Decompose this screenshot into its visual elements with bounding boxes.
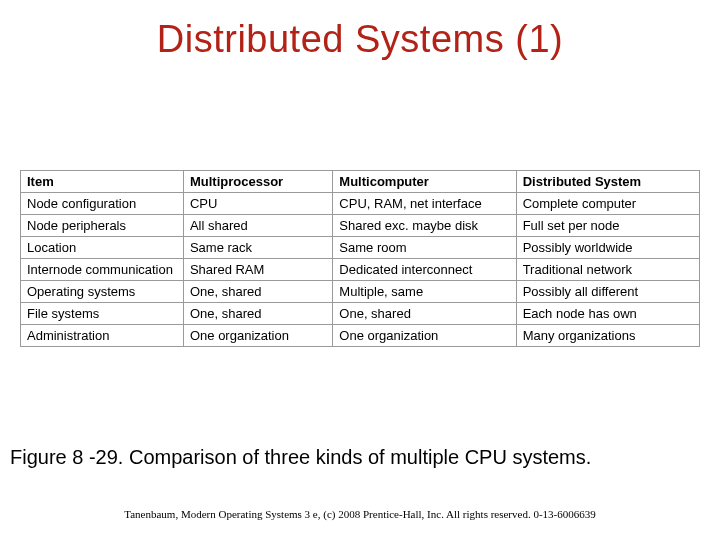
- comparison-table: Item Multiprocessor Multicomputer Distri…: [20, 170, 700, 347]
- cell-ds: Possibly worldwide: [516, 237, 699, 259]
- cell-mc: One, shared: [333, 303, 516, 325]
- table-header-distributed-system: Distributed System: [516, 171, 699, 193]
- cell-item: Location: [21, 237, 184, 259]
- cell-mp: One, shared: [183, 281, 332, 303]
- cell-mp: Same rack: [183, 237, 332, 259]
- cell-ds: Full set per node: [516, 215, 699, 237]
- cell-mc: One organization: [333, 325, 516, 347]
- slide: Distributed Systems (1) Item Multiproces…: [0, 0, 720, 540]
- table-row: Node configuration CPU CPU, RAM, net int…: [21, 193, 700, 215]
- table-row: File systems One, shared One, shared Eac…: [21, 303, 700, 325]
- cell-mp: One, shared: [183, 303, 332, 325]
- cell-item: File systems: [21, 303, 184, 325]
- cell-item: Operating systems: [21, 281, 184, 303]
- cell-mc: Dedicated interconnect: [333, 259, 516, 281]
- cell-mc: CPU, RAM, net interface: [333, 193, 516, 215]
- cell-item: Internode communication: [21, 259, 184, 281]
- figure-caption: Figure 8 -29. Comparison of three kinds …: [10, 446, 710, 469]
- table-row: Location Same rack Same room Possibly wo…: [21, 237, 700, 259]
- cell-mc: Multiple, same: [333, 281, 516, 303]
- cell-mp: All shared: [183, 215, 332, 237]
- slide-footer: Tanenbaum, Modern Operating Systems 3 e,…: [0, 508, 720, 520]
- table-header-multiprocessor: Multiprocessor: [183, 171, 332, 193]
- comparison-table-wrap: Item Multiprocessor Multicomputer Distri…: [20, 170, 700, 347]
- cell-ds: Traditional network: [516, 259, 699, 281]
- table-header-multicomputer: Multicomputer: [333, 171, 516, 193]
- cell-mc: Shared exc. maybe disk: [333, 215, 516, 237]
- cell-mp: One organization: [183, 325, 332, 347]
- cell-item: Administration: [21, 325, 184, 347]
- cell-ds: Complete computer: [516, 193, 699, 215]
- cell-mp: CPU: [183, 193, 332, 215]
- slide-title: Distributed Systems (1): [0, 18, 720, 61]
- cell-item: Node configuration: [21, 193, 184, 215]
- cell-ds: Many organizations: [516, 325, 699, 347]
- table-header-item: Item: [21, 171, 184, 193]
- table-row: Operating systems One, shared Multiple, …: [21, 281, 700, 303]
- cell-ds: Each node has own: [516, 303, 699, 325]
- table-header-row: Item Multiprocessor Multicomputer Distri…: [21, 171, 700, 193]
- cell-mp: Shared RAM: [183, 259, 332, 281]
- cell-ds: Possibly all different: [516, 281, 699, 303]
- table-row: Internode communication Shared RAM Dedic…: [21, 259, 700, 281]
- table-row: Node peripherals All shared Shared exc. …: [21, 215, 700, 237]
- cell-mc: Same room: [333, 237, 516, 259]
- table-row: Administration One organization One orga…: [21, 325, 700, 347]
- cell-item: Node peripherals: [21, 215, 184, 237]
